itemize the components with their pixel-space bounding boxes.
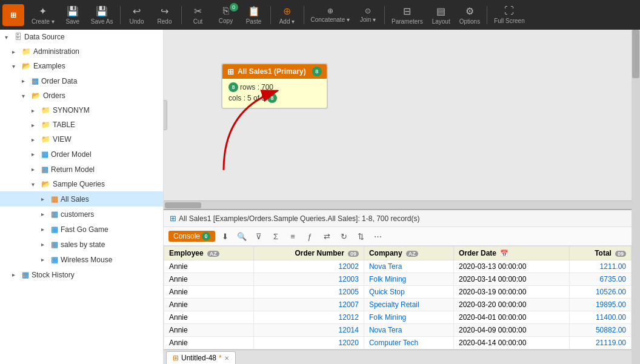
sidebar-item-wireless-mouse[interactable]: ▸ ▦ Wireless Mouse	[0, 252, 163, 267]
sidebar-item-fast-go-game[interactable]: ▸ ▦ Fast Go Game	[0, 222, 163, 237]
refresh-button[interactable]: ↻	[336, 230, 351, 243]
sidebar-item-order-model[interactable]: ▸ ▦ Order Model	[0, 147, 163, 162]
cell-company[interactable]: Folk Mining	[364, 273, 453, 286]
cell-company[interactable]: Specialty Retail	[364, 299, 453, 311]
save-as-button[interactable]: 💾 Save As	[87, 2, 117, 28]
redo-button[interactable]: ↪ Redo	[152, 2, 178, 28]
console-button[interactable]: Console 0	[168, 231, 215, 242]
col-company[interactable]: Company AZ	[364, 247, 453, 260]
canvas-area[interactable]: ‹ ⊞ All Sales1 (Primary) 8 8 rows : 700	[164, 30, 632, 200]
order-model-icon: ▦	[41, 150, 48, 159]
sep6	[487, 6, 487, 24]
grid-button[interactable]: ⋯	[370, 230, 385, 243]
rows-value: 700	[261, 83, 273, 91]
console-badge: 0	[202, 232, 210, 240]
administration-icon: 📁	[22, 47, 31, 56]
download-button[interactable]: ⬇	[218, 230, 232, 243]
canvas-arrow	[164, 30, 632, 200]
cell-total: 1211.00	[569, 260, 631, 273]
stock-history-icon: ▦	[22, 270, 29, 279]
node-card-title: All Sales1 (Primary)	[238, 67, 306, 76]
stock-history-label: Stock History	[32, 271, 75, 279]
cols-badge-icon: 8	[267, 93, 277, 103]
cell-company[interactable]: Folk Mining	[364, 311, 453, 324]
copy-button[interactable]: ⎘ Copy 0	[213, 2, 239, 28]
sigma-button[interactable]: Σ	[268, 230, 283, 243]
v-scrollbar-thumb[interactable]	[632, 30, 639, 78]
save-button[interactable]: 💾 Save	[59, 2, 86, 28]
cell-order-date: 2020-04-09 00:00:00	[454, 324, 570, 337]
add-button[interactable]: ⊕ Add ▾	[274, 2, 301, 28]
tab-untitled-48[interactable]: ⊞ Untitled-48 * ✕	[166, 351, 236, 364]
undo-button[interactable]: ↩ Undo	[124, 2, 150, 28]
copy-badge: 0	[230, 3, 238, 12]
data-table-wrapper[interactable]: Employee AZ Order Number 09 Company AZ	[164, 246, 632, 349]
sidebar-item-sales-by-state[interactable]: ▸ ▦ sales by state	[0, 237, 163, 252]
sidebar-item-data-source[interactable]: ▾ 🗄 Data Source	[0, 30, 163, 44]
cell-order-date: 2020-04-14 00:00:00	[454, 337, 570, 349]
tab-close-button[interactable]: ✕	[224, 355, 229, 362]
sidebar-item-stock-history[interactable]: ▸ ▦ Stock History	[0, 267, 163, 282]
sep2	[181, 6, 182, 24]
cell-company[interactable]: Quick Stop	[364, 286, 453, 299]
all-sales-icon: ▦	[51, 194, 58, 204]
join-button[interactable]: ⊙ Join ▾	[355, 2, 381, 28]
fullscreen-button[interactable]: ⛶ Full Screen	[490, 2, 528, 28]
h-scrollbar-thumb[interactable]	[165, 202, 201, 208]
cell-total: 50882.00	[569, 324, 631, 337]
sidebar-item-table[interactable]: ▸ 📁 TABLE	[0, 117, 163, 132]
col-order-number[interactable]: Order Number 09	[254, 247, 364, 260]
save-as-icon: 💾	[96, 5, 108, 17]
orders-icon: 📂	[32, 91, 41, 100]
table-row: Annie 12014 Nova Tera 2020-04-09 00:00:0…	[164, 324, 632, 337]
cell-employee: Annie	[164, 286, 254, 299]
sidebar-item-return-model[interactable]: ▸ ▦ Return Model	[0, 162, 163, 177]
options-button[interactable]: ⚙ Options	[456, 2, 484, 28]
parameters-button[interactable]: ⊟ Parameters	[388, 2, 427, 28]
swap-button[interactable]: ⇄	[319, 230, 334, 243]
col-order-date[interactable]: Order Date 📅	[454, 247, 570, 260]
cell-order-number: 12002	[254, 260, 364, 273]
right-v-scrollbar[interactable]	[632, 30, 640, 364]
sidebar-item-examples[interactable]: ▾ 📂 Examples	[0, 59, 163, 73]
sidebar-item-orders[interactable]: ▾ 📂 Orders	[0, 88, 163, 103]
fullscreen-icon: ⛶	[504, 5, 514, 16]
all-sales-label: All Sales	[61, 195, 89, 204]
collapse-panel-button[interactable]: ‹	[164, 100, 167, 130]
sep3	[270, 6, 271, 24]
layout-button[interactable]: ▤ Layout	[428, 2, 455, 28]
col-employee[interactable]: Employee AZ	[164, 247, 254, 260]
sidebar-item-view[interactable]: ▸ 📁 VIEW	[0, 132, 163, 147]
sidebar: ▾ 🗄 Data Source ▸ 📁 Administration ▾ 📂 E…	[0, 30, 164, 364]
canvas-h-scrollbar[interactable]	[164, 200, 632, 209]
customers-icon: ▦	[51, 210, 58, 219]
sidebar-item-administration[interactable]: ▸ 📁 Administration	[0, 44, 163, 59]
cell-company[interactable]: Computer Tech	[364, 337, 453, 349]
layout-icon: ▤	[436, 5, 445, 17]
cell-company[interactable]: Nova Tera	[364, 260, 453, 273]
create-button[interactable]: ✦ Create ▾	[28, 2, 58, 28]
col-total[interactable]: Total 09	[569, 247, 631, 260]
cut-button[interactable]: ✂ Cut	[185, 2, 212, 28]
sidebar-item-sample-queries[interactable]: ▾ 📂 Sample Queries	[0, 177, 163, 191]
sort-button[interactable]: ⇅	[353, 230, 368, 243]
v-scrollbar-track	[632, 30, 640, 364]
cell-company[interactable]: Nova Tera	[364, 324, 453, 337]
app-logo: ⊞	[2, 4, 24, 26]
concatenate-button[interactable]: ⊕ Concatenate ▾	[307, 2, 354, 28]
format-button[interactable]: ≡	[285, 230, 300, 243]
search-button[interactable]: 🔍	[235, 230, 249, 243]
save-icon: 💾	[67, 5, 79, 17]
paste-button[interactable]: 📋 Paste	[241, 2, 267, 28]
sidebar-item-order-data[interactable]: ▸ ▦ Order Data	[0, 73, 163, 88]
data-header: ⊞ All Sales1 [Examples/Orders.Sample Que…	[164, 210, 632, 227]
content-area: ‹ ⊞ All Sales1 (Primary) 8 8 rows : 700	[164, 30, 632, 364]
data-source-label: Data Source	[24, 33, 65, 41]
options-icon: ⚙	[465, 5, 474, 17]
filter-button[interactable]: ⊽	[252, 230, 266, 243]
sidebar-item-synonym[interactable]: ▸ 📁 SYNONYM	[0, 103, 163, 117]
table-body: Annie 12002 Nova Tera 2020-03-13 00:00:0…	[164, 260, 632, 349]
formula-button[interactable]: ƒ	[302, 230, 317, 243]
sidebar-item-customers[interactable]: ▸ ▦ customers	[0, 207, 163, 222]
sidebar-item-all-sales[interactable]: ▸ ▦ All Sales	[0, 191, 163, 207]
